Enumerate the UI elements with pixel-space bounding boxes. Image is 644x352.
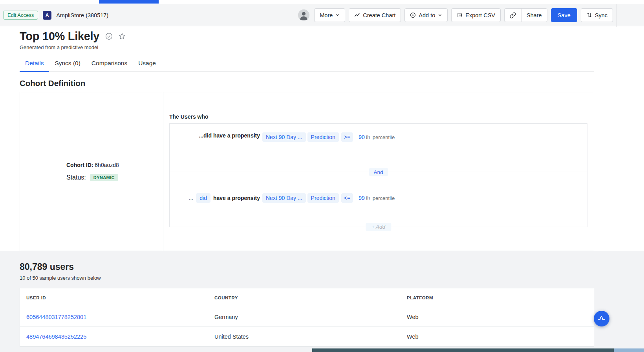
property-type-pill[interactable]: Prediction bbox=[307, 132, 339, 142]
property-type-pill[interactable]: Prediction bbox=[307, 193, 339, 203]
cohort-meta-panel: Cohort ID: 6h0aozd8 Status: DYNAMIC bbox=[20, 92, 163, 251]
condition-row: ... did have a propensity Next 90 Day ..… bbox=[170, 172, 587, 227]
verb-pill[interactable]: did bbox=[196, 193, 210, 203]
tab-syncs[interactable]: Syncs (0) bbox=[49, 57, 86, 72]
condition-value[interactable]: 90 bbox=[359, 134, 365, 140]
chevron-down-icon bbox=[335, 13, 340, 17]
users-sample-note: 10 of 50 sample users shown below bbox=[20, 275, 644, 281]
table-header-row: USER ID COUNTRY PLATFORM bbox=[20, 288, 594, 307]
topbar-actions: More Create Chart Add to Export CSV bbox=[298, 8, 641, 22]
topbar: Edit Access A AmpliStore (380517) More C… bbox=[0, 4, 644, 26]
amplitude-logo-icon bbox=[597, 314, 606, 323]
tab-bar: Details Syncs (0) Comparisons Usage bbox=[20, 57, 594, 72]
topbar-left: Edit Access A AmpliStore (380517) bbox=[3, 11, 108, 20]
user-id-link[interactable]: 6056448031778252801 bbox=[26, 314, 214, 320]
title-row: Top 10% Likely bbox=[20, 30, 644, 42]
page-title: Top 10% Likely bbox=[20, 30, 99, 42]
condition-unit: th bbox=[366, 134, 370, 140]
cohort-status-line: Status: DYNAMIC bbox=[66, 174, 163, 181]
sample-users-table: USER ID COUNTRY PLATFORM 605644803177825… bbox=[20, 288, 594, 347]
edit-access-badge: Edit Access bbox=[3, 11, 38, 20]
cohort-definition-heading: Cohort Definition bbox=[20, 78, 644, 88]
condition-row: ...did have a propensity Next 90 Day ...… bbox=[170, 124, 587, 172]
save-button[interactable]: Save bbox=[551, 8, 577, 22]
user-avatar[interactable] bbox=[298, 9, 309, 21]
create-chart-button[interactable]: Create Chart bbox=[349, 8, 401, 22]
save-label: Save bbox=[558, 12, 571, 18]
tab-usage[interactable]: Usage bbox=[133, 57, 161, 72]
users-count: 80,789 users bbox=[20, 261, 644, 272]
user-id-link[interactable]: 4894764698435252225 bbox=[26, 334, 214, 340]
conditions-box: ...did have a propensity Next 90 Day ...… bbox=[169, 123, 587, 227]
share-button-group: Share bbox=[504, 8, 547, 22]
condition-unit-word: percentile bbox=[373, 195, 395, 201]
condition-unit-word: percentile bbox=[373, 134, 395, 140]
page-subtitle: Generated from a predictive model bbox=[20, 44, 644, 51]
sync-button[interactable]: Sync bbox=[581, 8, 613, 22]
cohort-id-value: 6h0aozd8 bbox=[95, 162, 119, 168]
sync-arrows-icon bbox=[586, 12, 592, 18]
users-who-label: The Users who bbox=[169, 114, 587, 120]
person-silhouette-icon bbox=[298, 9, 309, 21]
platform-cell: Web bbox=[407, 334, 587, 340]
clause-prefix: ... bbox=[189, 195, 194, 201]
plus-circle-icon bbox=[410, 12, 416, 18]
copy-link-button[interactable] bbox=[505, 9, 521, 22]
cohort-details-page: Edit Access A AmpliStore (380517) More C… bbox=[0, 0, 644, 352]
tab-details[interactable]: Details bbox=[20, 57, 49, 72]
country-cell: Germany bbox=[214, 314, 407, 320]
condition-value[interactable]: 99 bbox=[359, 195, 365, 201]
and-connector-pill[interactable]: And bbox=[369, 168, 388, 176]
export-csv-button[interactable]: Export CSV bbox=[451, 8, 501, 22]
sync-label: Sync bbox=[595, 12, 607, 18]
clause-label: ... did have a propensity bbox=[170, 193, 260, 203]
verified-check-icon[interactable] bbox=[105, 33, 113, 40]
more-button[interactable]: More bbox=[314, 8, 345, 22]
loading-progress-bar bbox=[99, 0, 159, 4]
favorite-star-icon[interactable] bbox=[119, 33, 126, 40]
status-badge: DYNAMIC bbox=[90, 174, 118, 181]
export-csv-label: Export CSV bbox=[465, 12, 495, 18]
cohort-id-line: Cohort ID: 6h0aozd8 bbox=[66, 162, 163, 168]
add-to-label: Add to bbox=[419, 12, 435, 18]
add-to-button[interactable]: Add to bbox=[404, 8, 448, 22]
more-label: More bbox=[320, 12, 333, 18]
add-condition-button[interactable]: + Add bbox=[366, 223, 391, 231]
table-row: 4894764698435252225 United States Web bbox=[20, 327, 594, 346]
column-header-user-id: USER ID bbox=[26, 295, 214, 300]
link-icon bbox=[510, 12, 516, 18]
export-icon bbox=[457, 12, 463, 18]
cohort-rules-panel: The Users who ...did have a propensity N… bbox=[163, 92, 594, 251]
cohort-id-label: Cohort ID: bbox=[66, 162, 93, 168]
condition-unit: th bbox=[366, 195, 370, 201]
top-loading-strip bbox=[0, 0, 644, 4]
clause-label: ...did have a propensity bbox=[170, 132, 260, 139]
clause-pills: Next 90 Day ... Prediction <= 99 th perc… bbox=[262, 193, 395, 203]
clause-pills: Next 90 Day ... Prediction >= 90 th perc… bbox=[262, 132, 395, 142]
topbar-edge-divider bbox=[616, 4, 617, 27]
tab-comparisons[interactable]: Comparisons bbox=[86, 57, 133, 72]
country-cell: United States bbox=[214, 334, 407, 340]
operator-pill[interactable]: >= bbox=[341, 132, 353, 142]
operator-pill[interactable]: <= bbox=[341, 193, 353, 203]
property-pill[interactable]: Next 90 Day ... bbox=[262, 193, 306, 203]
share-button[interactable]: Share bbox=[521, 9, 547, 22]
column-header-platform: PLATFORM bbox=[407, 295, 587, 300]
workspace-avatar[interactable]: A bbox=[43, 11, 51, 20]
workspace-name[interactable]: AmpliStore (380517) bbox=[56, 12, 108, 18]
chevron-down-icon bbox=[438, 13, 442, 17]
main-content: Top 10% Likely Generated from a predicti… bbox=[0, 27, 644, 352]
cohort-definition-card: Cohort ID: 6h0aozd8 Status: DYNAMIC The … bbox=[20, 92, 594, 251]
platform-cell: Web bbox=[407, 314, 587, 320]
share-label: Share bbox=[527, 12, 542, 18]
amplitude-assistant-fab[interactable] bbox=[594, 311, 609, 326]
line-chart-icon bbox=[354, 12, 360, 18]
column-header-country: COUNTRY bbox=[214, 295, 407, 300]
property-pill[interactable]: Next 90 Day ... bbox=[262, 132, 306, 142]
clause-text: ...did have a propensity bbox=[199, 132, 260, 139]
horizontal-scrollbar-track[interactable] bbox=[614, 348, 644, 352]
sample-users-section: 80,789 users 10 of 50 sample users shown… bbox=[0, 251, 644, 352]
table-row: 6056448031778252801 Germany Web bbox=[20, 307, 594, 327]
horizontal-scrollbar-thumb[interactable] bbox=[312, 348, 614, 352]
status-label: Status: bbox=[66, 174, 86, 181]
